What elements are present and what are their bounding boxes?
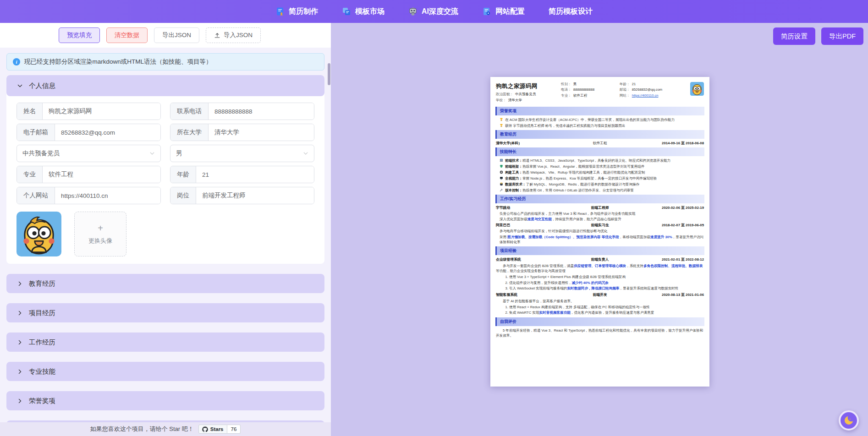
chevron-right-icon [17,339,23,345]
resume-header-line: 性别：男 [561,82,620,87]
wrench-icon [500,188,503,192]
accordion-label: 专业技能 [29,367,55,376]
resume-section-education-title: 教育经历 [495,130,704,139]
accordion-work[interactable]: 工作经历 [6,332,324,352]
resume-header: 狗凯之家源码网 政治面貌：中共预备党员 学校：清华大学 性别：男 电话：8888… [495,81,704,105]
change-avatar-button[interactable]: + 更换头像 [74,212,126,256]
age-field-group: 年龄 [170,166,314,183]
accordion-projects[interactable]: 项目经历 [6,303,324,322]
phone-input[interactable] [209,103,314,120]
university-input[interactable] [209,124,314,141]
gender-select[interactable]: 男 [170,145,314,162]
left-panel-scrollbar[interactable] [328,48,330,422]
skill-item: 全栈能力：掌握 Node.js，熟悉 Express、Koa 等后端框架，具备一… [495,176,704,181]
accordion-skills[interactable]: 专业技能 [6,362,324,381]
website-input[interactable] [55,187,160,204]
job-line: 参与电商平台移动端前端开发，针对加载缓慢问题进行性能诊断与优化 [495,229,704,234]
name-input[interactable] [43,103,160,120]
upload-icon [214,32,220,38]
resume-website-link[interactable]: https://400110.cn [632,93,659,98]
build-tool-icon [500,170,503,174]
fullstack-icon [500,176,503,180]
age-field-label: 年龄 [170,166,196,183]
personal-info-header[interactable]: 个人信息 [6,75,324,96]
github-icon [202,426,208,432]
resume-section-work: 字节跳动 前端工程师 2020-02-06 至 2025-02-19 负责公司核… [495,205,704,245]
scrollbar-thumb[interactable] [328,63,330,85]
resume-section-work-title: 工作/实习经历 [495,195,704,203]
email-field-group: 电子邮箱 [16,124,161,141]
trophy-icon [500,118,503,121]
editor-toolbar: 预览填充 清空数据 导出JSON 导入JSON [0,23,331,48]
robot-icon [408,7,418,16]
chevron-down-icon [17,83,23,89]
skill-item: 构建工具：熟悉 Webpack、Vite、Rollup 等现代前端构建工具，能进… [495,170,704,175]
resume-settings-button[interactable]: 简历设置 [773,27,815,45]
position-input[interactable] [196,187,314,204]
accordion-education[interactable]: 教育经历 [6,274,324,293]
stars-label: Stars [210,426,224,432]
accordion-honors[interactable]: 荣誉奖项 [6,391,324,410]
export-pdf-label: 导出PDF [829,32,856,41]
phone-field-label: 联系电话 [170,103,209,120]
honor-item: 获得 字节跳动优秀工程师 称号，凭借卓越的工程实践能力与项目贡献脱颖而出 [495,123,704,128]
clear-data-label: 清空数据 [115,31,139,39]
resume-avatar [690,82,704,96]
skill-item: 数据库技术：了解 MySQL、MongoDB、Redis，能进行基本的数据存储设… [495,182,704,187]
resume-section-honors: 在 ACM 国际大学生程序设计竞赛（ACM-ICPC）中，荣获全国二等奖，展现出… [495,117,704,128]
nav-item-resume-builder[interactable]: 简历制作 [275,7,318,16]
template-market-icon [342,7,351,16]
nav-item-ai-chat[interactable]: AI深度交流 [408,7,458,16]
clear-data-button[interactable]: 清空数据 [106,27,148,43]
resume-section-projects: 企业级管理系统 前端负责人 2021-02-01 至 2022-08-12 参与… [495,257,704,316]
accordion-label: 工作经历 [29,338,55,347]
resume-header-line: 电话：88888888888 [561,87,620,93]
name-field-group: 姓名 [16,103,161,120]
nav-item-template-design[interactable]: 简历模板设计 [549,7,593,16]
project-desc: 参与开发一套面向企业的 B2B 管理系统，涵盖供应链管理、订单管理等核心模块，系… [496,263,704,274]
nav-label: 模板市场 [355,7,385,16]
nav-item-site-config[interactable]: 网站配置 [482,7,525,16]
resume-section-honors-title: 荣誉奖项 [495,107,704,115]
chevron-right-icon [17,281,23,287]
nav-item-template-market[interactable]: 模板市场 [342,7,385,16]
skill-item: 前端技术：精通 HTML5、CSS3、JavaScript、TypeScript… [495,158,704,163]
project-point: 使用 React + Redux 构建前端架构，支持 多端适配，确保在 PC 和… [509,305,704,310]
export-pdf-button[interactable]: 导出PDF [821,27,863,45]
github-stars-badge[interactable]: Stars 76 [198,425,241,434]
project-points: 使用 Vue 3 + TypeScript + Element Plus 构建企… [495,274,704,291]
project-point: 使用 Vue 3 + TypeScript + Element Plus 构建企… [509,274,704,279]
age-input[interactable] [196,166,314,183]
import-json-label: 导入JSON [224,31,253,39]
app-root: 简历制作 模板市场 AI深度交流 网站配置 简历模板设计 预览填充 清 [0,0,868,436]
name-field-label: 姓名 [17,103,43,120]
major-input[interactable] [43,166,160,183]
email-input[interactable] [55,124,160,141]
personal-info-card: 个人信息 姓名 联系电话 电子邮箱 所在大学 [6,75,324,264]
star-footer: 如果您喜欢这个项目，请给个 Star 吧！ Stars 76 [0,422,331,436]
export-json-button[interactable]: 导出JSON [154,27,199,43]
nav-label: 网站配置 [495,7,525,16]
top-navbar: 简历制作 模板市场 AI深度交流 网站配置 简历模板设计 [0,0,868,23]
theme-toggle-button[interactable] [839,410,859,431]
chevron-down-icon [149,151,155,156]
gender-value: 男 [176,149,182,158]
accordion-label: 项目经历 [29,309,55,317]
job-line: 负责公司核心产品的前端开发，主力使用 Vue 3 和 React，参与组件设计与… [495,211,704,216]
resume-section-skills-title: 技能特长 [495,147,704,156]
preview-actions: 简历设置 导出PDF [773,27,863,45]
project-desc: 基于 AI 的智能客服平台，提高客户服务效率。 [496,299,704,304]
university-field-label: 所在大学 [170,124,209,141]
resume-header-line: 学校：清华大学 [496,98,561,103]
resume-section-skills: 前端技术：精通 HTML5、CSS3、JavaScript、TypeScript… [495,158,704,193]
political-status-select[interactable]: 中共预备党员 [16,145,161,162]
nav-label: 简历制作 [289,7,318,16]
job-line: 深入优化页面加载速度与交互性能，持续提升用户体验，助力产品核心指标提升 [495,217,704,222]
university-field-group: 所在大学 [170,124,314,141]
avatar-row: + 更换头像 [6,204,324,256]
project-point: 集成 WebRTC 实现实时音视频客服功能，优化客户沟通体验，提升服务响应速度与… [509,310,704,315]
preview-fill-button[interactable]: 预览填充 [59,27,100,43]
framework-icon [500,164,503,168]
position-field-label: 岗位 [170,187,196,204]
import-json-button[interactable]: 导入JSON [206,27,261,43]
